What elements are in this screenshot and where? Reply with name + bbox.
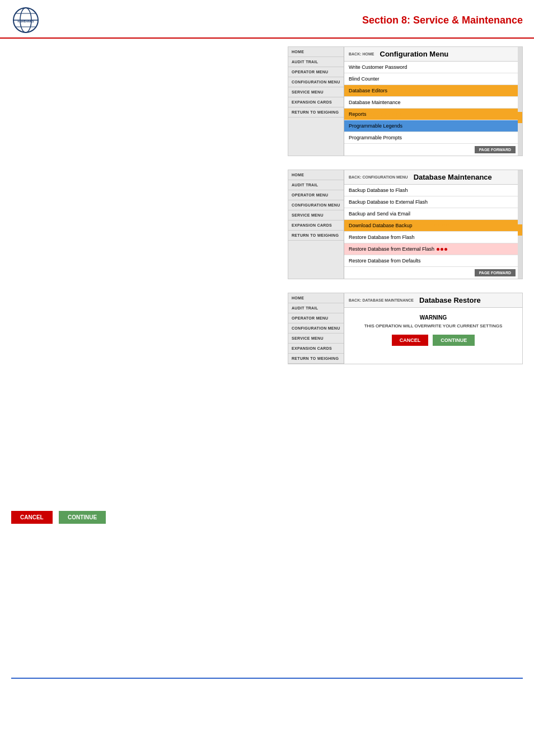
nav-service-menu-2[interactable]: SERVICE MENU [288,210,344,220]
panel3-header: BACK: DATABASE MAINTENANCE Database Rest… [344,293,522,308]
nav-return-weighing-2[interactable]: RETURN TO WEIGHING [288,231,344,241]
annotation-cancel-box: CANCEL [11,511,53,524]
menu-backup-flash[interactable]: Backup Database to Flash [344,185,518,196]
menu-restore-defaults[interactable]: Restore Database from Defaults [344,255,518,267]
page-forward-btn-1[interactable]: PAGE FORWARD [475,146,516,153]
nav-audit-trail-2[interactable]: AUDIT TRAIL [288,180,344,190]
annotation-area: CANCEL CONTINUE [11,511,179,524]
logo-area: FAIRBANKS [11,6,40,35]
annotation-continue-box: CONTINUE [59,511,106,524]
nav-home-2[interactable]: HOME [288,170,344,180]
dots-download-backup [415,224,449,227]
dots-restore-external [437,248,447,251]
nav-audit-trail-3[interactable]: AUDIT TRAIL [288,303,344,313]
menu-programmable-prompts[interactable]: Programmable Prompts [344,132,518,144]
nav-operator-menu-1[interactable]: OPERATOR MENU [288,67,344,77]
nav-expansion-cards-3[interactable]: EXPANSION CARDS [288,344,344,354]
nav-operator-menu-2[interactable]: OPERATOR MENU [288,190,344,200]
content-area: HOME AUDIT TRAIL OPERATOR MENU CONFIGURA… [0,41,534,712]
panel3-back-label: BACK: DATABASE MAINTENANCE [349,298,414,302]
warning-title: WARNING [351,314,516,321]
panel2-back-label: BACK: CONFIGURATION MENU [349,175,408,179]
menu-blind-counter[interactable]: Blind Counter [344,73,518,85]
panel1-back-label: BACK: HOME [349,52,374,56]
nav-configuration-menu-2[interactable]: CONFIGURATION MENU [288,200,344,210]
panel2-database-maintenance: HOME AUDIT TRAIL OPERATOR MENU CONFIGURA… [288,170,523,279]
section-title: Section 8: Service & Maintenance [362,15,523,26]
menu-programmable-legends[interactable]: Programmable Legends [344,120,518,132]
panel2-header: BACK: CONFIGURATION MENU Database Mainte… [344,170,518,185]
menu-database-editors[interactable]: Database Editors [344,85,518,97]
panel3-main-content: BACK: DATABASE MAINTENANCE Database Rest… [344,293,522,364]
page-forward-btn-2[interactable]: PAGE FORWARD [475,269,516,276]
panel2-main-content: BACK: CONFIGURATION MENU Database Mainte… [344,170,518,279]
nav-return-weighing-1[interactable]: RETURN TO WEIGHING [288,107,344,118]
panel3-database-restore: HOME AUDIT TRAIL OPERATOR MENU CONFIGURA… [288,293,523,364]
nav-service-menu-1[interactable]: SERVICE MENU [288,87,344,97]
bottom-rule [11,678,523,679]
scroll-thumb-1 [518,112,522,123]
scroll-indicator-1 [518,47,522,156]
panel1-title: Configuration Menu [380,50,449,58]
panel1-nav-sidebar: HOME AUDIT TRAIL OPERATOR MENU CONFIGURA… [288,47,344,156]
nav-configuration-menu-3[interactable]: CONFIGURATION MENU [288,323,344,334]
menu-write-customer-password[interactable]: Write Customer Password [344,62,518,73]
nav-home-1[interactable]: HOME [288,47,344,57]
continue-button[interactable]: CONTINUE [433,335,475,346]
scroll-thumb-2 [518,224,522,236]
menu-restore-external-flash[interactable]: Restore Database from External Flash [344,243,518,255]
scroll-indicator-2 [518,170,522,279]
svg-text:FAIRBANKS: FAIRBANKS [17,20,34,23]
panel3-title: Database Restore [419,296,481,304]
menu-reports[interactable]: Reports [344,109,518,120]
button-row: CANCEL CONTINUE [351,335,516,346]
dots-database-editors [390,90,435,92]
nav-service-menu-3[interactable]: SERVICE MENU [288,334,344,344]
panel1-main-content: BACK: HOME Configuration Menu Write Cust… [344,47,518,156]
warning-panel: WARNING THIS OPERATION WILL OVERWRITE YO… [344,308,522,353]
menu-backup-external-flash[interactable]: Backup Database to External Flash [344,196,518,208]
nav-expansion-cards-1[interactable]: EXPANSION CARDS [288,97,344,107]
fairbanks-logo-icon: FAIRBANKS [11,6,40,35]
panel1-header: BACK: HOME Configuration Menu [344,47,518,62]
nav-operator-menu-3[interactable]: OPERATOR MENU [288,313,344,323]
panel3-nav-sidebar: HOME AUDIT TRAIL OPERATOR MENU CONFIGURA… [288,293,344,364]
nav-expansion-cards-2[interactable]: EXPANSION CARDS [288,220,344,231]
menu-database-maintenance[interactable]: Database Maintenance [344,97,518,109]
nav-audit-trail-1[interactable]: AUDIT TRAIL [288,57,344,67]
menu-download-backup[interactable]: Download Database Backup [344,220,518,232]
panel1-configuration-menu: HOME AUDIT TRAIL OPERATOR MENU CONFIGURA… [288,46,523,156]
screenshots-column: HOME AUDIT TRAIL OPERATOR MENU CONFIGURA… [288,46,523,364]
panel2-nav-sidebar: HOME AUDIT TRAIL OPERATOR MENU CONFIGURA… [288,170,344,279]
nav-return-weighing-3[interactable]: RETURN TO WEIGHING [288,354,344,364]
nav-configuration-menu-1[interactable]: CONFIGURATION MENU [288,77,344,87]
warning-text: THIS OPERATION WILL OVERWRITE YOUR CURRE… [351,323,516,329]
page-header: FAIRBANKS Section 8: Service & Maintenan… [0,0,534,39]
menu-backup-email[interactable]: Backup and Send via Email [344,208,518,220]
cancel-button[interactable]: CANCEL [392,335,429,346]
panel2-title: Database Maintenance [414,173,492,181]
menu-restore-flash[interactable]: Restore Database from Flash [344,232,518,243]
nav-home-3[interactable]: HOME [288,293,344,303]
dots-reports [369,113,403,116]
